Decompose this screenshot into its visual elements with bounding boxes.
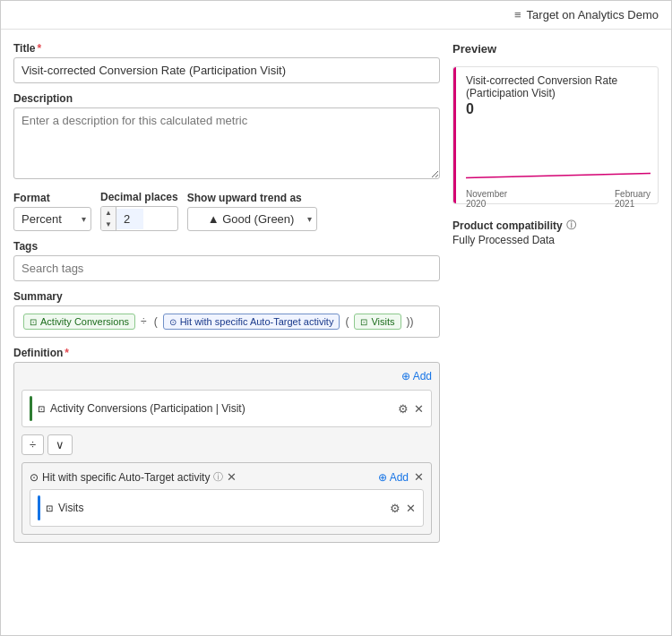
visits-gear-button[interactable]: ⚙ xyxy=(390,503,401,514)
summary-chip-activity-conversions: ⊡ Activity Conversions xyxy=(23,314,135,330)
sub-add-icon: ⊕ xyxy=(378,471,387,484)
sub-def-close-x-button[interactable]: ✕ xyxy=(227,471,237,483)
metric-row-1: ⊡ Activity Conversions (Participation | … xyxy=(22,390,432,427)
decimal-up-button[interactable]: ▲ xyxy=(101,207,116,219)
auto-target-icon: ⊙ xyxy=(30,471,39,484)
operator-row: ÷ ∨ xyxy=(22,434,432,455)
definition-group: Definition* ⊕ Add ⊡ Activity Conve xyxy=(13,347,440,543)
decimal-label: Decimal places xyxy=(100,191,178,203)
trend-select[interactable]: ▲ Good (Green) ▲ Bad (Red) xyxy=(187,207,317,231)
top-bar: ≡ Target on Analytics Demo xyxy=(1,1,671,30)
description-textarea[interactable] xyxy=(13,107,440,179)
metric1-icon: ⊡ xyxy=(38,404,45,414)
compat-info-icon[interactable]: ⓘ xyxy=(566,219,576,232)
main-content: Title* Description Format Percent Number xyxy=(1,30,671,635)
decimal-input-wrap: ▲ ▼ 2 xyxy=(100,206,178,231)
summary-op-open-paren2: ( xyxy=(343,315,350,328)
preview-title: Preview xyxy=(452,42,659,56)
product-compat-title: Product compatibility ⓘ xyxy=(452,219,659,232)
format-label: Format xyxy=(13,192,91,204)
top-bar-title: Target on Analytics Demo xyxy=(527,8,659,21)
format-row: Format Percent Number Currency ▾ Decimal… xyxy=(13,191,440,231)
title-input[interactable] xyxy=(13,57,440,83)
chip-icon-visits: ⊡ xyxy=(360,317,367,327)
add-icon-top: ⊕ xyxy=(401,370,410,382)
sub-def-outer-close-button[interactable]: ✕ xyxy=(414,471,424,483)
preview-box: Visit-corrected Conversion Rate (Partici… xyxy=(452,66,659,204)
format-group: Format Percent Number Currency ▾ xyxy=(13,192,91,231)
tags-input[interactable] xyxy=(13,255,440,281)
visits-close-button[interactable]: ✕ xyxy=(406,503,416,514)
sub-def-actions: ⊕ Add ✕ xyxy=(378,471,424,484)
operator-divide-button[interactable]: ÷ xyxy=(22,434,44,455)
metric1-gear-button[interactable]: ⚙ xyxy=(398,403,409,415)
metric1-label: Activity Conversions (Participation | Vi… xyxy=(50,402,392,415)
chip-icon-target: ⊙ xyxy=(169,317,177,327)
operator-chevron-button[interactable]: ∨ xyxy=(47,434,73,455)
metric-row-visits: ⊡ Visits ⚙ ✕ xyxy=(30,489,424,527)
tags-group: Tags xyxy=(13,240,440,281)
decimal-down-button[interactable]: ▼ xyxy=(101,219,116,230)
menu-icon: ≡ xyxy=(514,8,521,21)
trend-label: Show upward trend as xyxy=(187,192,317,204)
summary-op-close-parens: )) xyxy=(405,315,416,328)
preview-accent-bar xyxy=(453,67,456,203)
summary-box: ⊡ Activity Conversions ÷ ( ⊙ Hit with sp… xyxy=(13,305,440,338)
metric1-actions: ⚙ ✕ xyxy=(398,403,424,415)
sub-def-info-icon[interactable]: ⓘ xyxy=(213,470,223,484)
visits-label: Visits xyxy=(58,502,384,514)
blue-bar-visits xyxy=(38,495,40,520)
app-window: ≡ Target on Analytics Demo Title* Descri… xyxy=(0,0,672,636)
product-compat-value: Fully Processed Data xyxy=(452,234,659,246)
summary-op-divide: ÷ xyxy=(139,315,149,328)
sub-def-box: ⊙ Hit with specific Auto-Target activity… xyxy=(22,462,432,535)
visits-icon: ⊡ xyxy=(46,503,53,513)
chart-date-end: February2021 xyxy=(615,189,650,209)
chart-date-start: November2020 xyxy=(466,189,507,209)
metric1-close-button[interactable]: ✕ xyxy=(414,403,424,415)
def-header: ⊕ Add xyxy=(22,370,432,382)
chip-icon-activity: ⊡ xyxy=(30,317,37,327)
product-compat: Product compatibility ⓘ Fully Processed … xyxy=(452,219,659,246)
add-button-top[interactable]: ⊕ Add xyxy=(401,370,432,382)
title-label: Title* xyxy=(13,42,440,55)
sub-def-title: ⊙ Hit with specific Auto-Target activity… xyxy=(30,470,237,484)
green-bar-1 xyxy=(30,396,32,421)
description-label: Description xyxy=(13,92,440,105)
preview-metric-title: Visit-corrected Conversion Rate (Partici… xyxy=(466,74,650,99)
chart-dates: November2020 February2021 xyxy=(466,189,650,209)
trend-select-wrapper: ▲ Good (Green) ▲ Bad (Red) ▾ xyxy=(187,207,317,231)
chart-area: November2020 February2021 xyxy=(466,125,650,196)
definition-label: Definition* xyxy=(13,347,440,359)
summary-op-open-paren: ( xyxy=(152,315,159,328)
format-select[interactable]: Percent Number Currency xyxy=(13,207,91,231)
decimal-group: Decimal places ▲ ▼ 2 xyxy=(100,191,178,231)
format-select-wrapper: Percent Number Currency ▾ xyxy=(13,207,91,231)
decimal-value: 2 xyxy=(116,209,143,229)
preview-chart xyxy=(466,125,650,183)
trend-group: Show upward trend as ▲ Good (Green) ▲ Ba… xyxy=(187,192,317,231)
visits-actions: ⚙ ✕ xyxy=(390,503,416,514)
title-field-group: Title* xyxy=(13,42,440,83)
left-panel: Title* Description Format Percent Number xyxy=(13,42,440,623)
summary-chip-auto-target: ⊙ Hit with specific Auto-Target activity xyxy=(163,314,340,330)
sub-def-add-button[interactable]: ⊕ Add xyxy=(378,471,409,484)
description-field-group: Description xyxy=(13,92,440,182)
decimal-spinner: ▲ ▼ xyxy=(101,207,116,230)
preview-value: 0 xyxy=(466,101,650,117)
summary-label: Summary xyxy=(13,290,440,303)
sub-def-header: ⊙ Hit with specific Auto-Target activity… xyxy=(30,470,424,484)
summary-group: Summary ⊡ Activity Conversions ÷ ( ⊙ Hit… xyxy=(13,290,440,338)
right-panel: Preview Visit-corrected Conversion Rate … xyxy=(452,42,659,623)
summary-chip-visits: ⊡ Visits xyxy=(354,314,401,330)
definition-box: ⊕ Add ⊡ Activity Conversions (Participat… xyxy=(13,362,440,543)
tags-label: Tags xyxy=(13,240,440,253)
